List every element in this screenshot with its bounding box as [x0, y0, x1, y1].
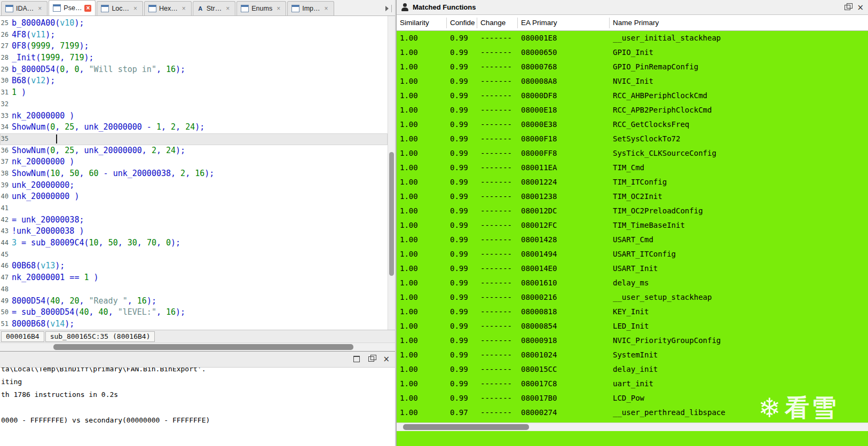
matched-function-row[interactable]: 1.000.99-------08001494USART_ITConfig [397, 247, 868, 261]
code-line-46[interactable]: 4600B68(v13); [0, 260, 388, 272]
matched-function-row[interactable]: 1.000.99-------080012FCTIM_TimeBaseInit [397, 218, 868, 233]
matched-function-row[interactable]: 1.000.99-------08000650GPIO_Init [397, 45, 868, 60]
matched-function-row[interactable]: 1.000.99-------080015CCdelay_init [397, 362, 868, 377]
tab-hex[interactable]: Hex…× [144, 1, 192, 15]
cell-confidence: 0.99 [447, 146, 477, 161]
code-line-36[interactable]: 36ShowNum(0, 25, unk_20000000, 2, 24); [0, 145, 388, 157]
scrollbar-thumb[interactable] [403, 424, 529, 430]
code-line-48[interactable]: 48 [0, 284, 388, 296]
tab-close-icon[interactable]: × [132, 5, 139, 12]
matched-function-row[interactable]: 1.000.99-------080014E0USART_Init [397, 261, 868, 276]
cell-confidence: 0.99 [447, 305, 477, 319]
code-line-47[interactable]: 47nk_20000001 == 1 ) [0, 272, 388, 284]
matched-function-row[interactable]: 1.000.99-------080008A8NVIC_Init [397, 74, 868, 89]
matched-function-row[interactable]: 1.000.99-------08001024SystemInit [397, 348, 868, 362]
cell-confidence: 0.99 [447, 377, 477, 391]
tab-enums[interactable]: Enums× [236, 1, 286, 15]
matched-function-row[interactable]: 1.000.99-------08000FF8SysTick_CLKSource… [397, 146, 868, 161]
code-line-42[interactable]: 42= unk_20000038; [0, 214, 388, 226]
column-header-confidence[interactable]: Confide [447, 18, 477, 28]
tab-close-icon[interactable]: × [275, 5, 282, 12]
matched-function-row[interactable]: 1.000.99-------080001E8__user_initial_st… [397, 31, 868, 45]
code-line-39[interactable]: 39unk_20000000; [0, 180, 388, 192]
cell-name-primary: delay_ms [610, 276, 868, 290]
cell-similarity: 1.00 [397, 103, 447, 117]
tab-bar: IDA…×Pse…×Loc…×Hex…×Str…×Enums×Imp…× [0, 0, 395, 16]
pseudocode-horizontal-scrollbar[interactable] [0, 343, 395, 351]
code-line-31[interactable]: 311 ) [0, 87, 388, 99]
matched-function-row[interactable]: 1.000.99-------08001224TIM_ITConfig [397, 175, 868, 189]
matched-function-row[interactable]: 1.000.99-------08001428USART_Cmd [397, 233, 868, 247]
output-log[interactable]: ta\Local\Temp\BinDiff\primary\FAN.Bin.Bi… [0, 368, 395, 446]
code-line-41[interactable]: 41 [0, 203, 388, 214]
column-header-change[interactable]: Change [477, 18, 518, 28]
code-line-50[interactable]: 50= sub_8000D54(40, 40, "lEVEL:", 16); [0, 307, 388, 318]
code-line-29[interactable]: 29b_8000D54(0, 0, "Will stop in", 16); [0, 64, 388, 76]
code-line-44[interactable]: 443 = sub_80009C4(10, 50, 30, 70, 0); [0, 237, 388, 249]
tab-ida[interactable]: IDA…× [1, 1, 48, 15]
matched-function-row[interactable]: 1.000.97-------08000274__user_perthread_… [397, 405, 868, 420]
tab-str[interactable]: Str…× [193, 1, 235, 15]
tab-loc[interactable]: Loc…× [97, 1, 143, 15]
tab-scroll-controls[interactable] [385, 5, 395, 15]
code-line-35[interactable]: 35 [0, 133, 388, 145]
maximize-icon[interactable] [353, 356, 360, 362]
cell-change: ------- [477, 74, 518, 89]
matched-function-row[interactable]: 1.000.99-------08000DF8RCC_AHBPeriphCloc… [397, 89, 868, 103]
code-line-37[interactable]: 37nk_20000000 ) [0, 156, 388, 168]
matched-function-row[interactable]: 1.000.99-------08000918NVIC_PriorityGrou… [397, 333, 868, 348]
code-line-34[interactable]: 34ShowNum(0, 25, unk_20000000 - 1, 2, 24… [0, 122, 388, 133]
code-line-40[interactable]: 40unk_20000000 ) [0, 191, 388, 203]
tab-close-icon[interactable]: × [323, 5, 330, 12]
matched-function-row[interactable]: 1.000.99-------08000E38RCC_GetClocksFreq [397, 117, 868, 132]
column-header-similarity[interactable]: Similarity [397, 18, 447, 28]
close-icon[interactable]: × [857, 4, 864, 11]
code-line-25[interactable]: 25b_8000A00(v10); [0, 18, 388, 29]
matched-function-row[interactable]: 1.000.99-------08000F18SetSysClockTo72 [397, 132, 868, 146]
code-line-51[interactable]: 518000B68(v14); [0, 318, 388, 330]
tab-close-icon[interactable]: × [84, 5, 91, 12]
matched-function-row[interactable]: 1.000.99-------080012DCTIM_OC2PreloadCon… [397, 204, 868, 218]
strings-icon [197, 5, 204, 12]
matched-function-row[interactable]: 1.000.99-------08000854LED_Init [397, 319, 868, 333]
matched-function-row[interactable]: 1.000.99-------080017B0LCD_Pow [397, 391, 868, 405]
column-header-ea-primary[interactable]: EA Primary [518, 18, 610, 28]
scrollbar-thumb[interactable] [389, 152, 394, 276]
matched-function-row[interactable]: 1.000.99-------080017C8uart_init [397, 377, 868, 391]
code-line-49[interactable]: 498000D54(40, 20, "Ready ", 16); [0, 296, 388, 307]
tab-close-icon[interactable]: × [180, 5, 187, 12]
matched-function-row[interactable]: 1.000.99-------08000E18RCC_APB2PeriphClo… [397, 103, 868, 117]
cell-name-primary: GPIO_Init [610, 45, 868, 60]
tab-scroll-right-icon[interactable] [385, 6, 389, 11]
code-line-26[interactable]: 264F8(v11); [0, 29, 388, 41]
matched-function-row[interactable]: 1.000.99-------080011EATIM_Cmd [397, 161, 868, 175]
restore-window-icon[interactable] [845, 5, 850, 10]
matched-function-row[interactable]: 1.000.99-------08000768GPIO_PinRemapConf… [397, 60, 868, 74]
code-line-30[interactable]: 30B68(v12); [0, 75, 388, 87]
pseudocode-vertical-scrollbar[interactable] [388, 16, 395, 330]
matched-function-row[interactable]: 1.000.99-------08000818KEY_Init [397, 305, 868, 319]
tab-imp[interactable]: Imp…× [287, 1, 334, 15]
float-window-icon[interactable] [368, 356, 374, 362]
code-line-33[interactable]: 33nk_20000000 ) [0, 110, 388, 122]
code-line-38[interactable]: 38ShowNum(10, 50, 60 - unk_20000038, 2, … [0, 168, 388, 180]
code-line-45[interactable]: 45 [0, 249, 388, 261]
mf-rows[interactable]: 1.000.99-------080001E8__user_initial_st… [397, 31, 868, 423]
cell-confidence: 0.99 [447, 290, 477, 305]
mf-horizontal-scrollbar[interactable] [397, 423, 868, 431]
pseudocode-view[interactable]: 25b_8000A00(v10);264F8(v11);270F8(9999, … [0, 16, 395, 330]
matched-function-row[interactable]: 1.000.99-------08001610delay_ms [397, 276, 868, 290]
cell-similarity: 1.00 [397, 204, 447, 218]
code-line-32[interactable]: 32 [0, 99, 388, 110]
tab-pse[interactable]: Pse…× [49, 0, 96, 15]
code-line-27[interactable]: 270F8(9999, 7199); [0, 41, 388, 52]
close-icon[interactable]: × [383, 355, 390, 363]
code-line-43[interactable]: 43!unk_20000038 ) [0, 226, 388, 237]
tab-close-icon[interactable]: × [224, 5, 231, 12]
matched-function-row[interactable]: 1.000.99-------08000216__user_setup_stac… [397, 290, 868, 305]
scrollbar-thumb[interactable] [53, 344, 353, 350]
column-header-name-primary[interactable]: Name Primary [610, 18, 868, 28]
matched-function-row[interactable]: 1.000.99-------08001238TIM_OC2Init [397, 189, 868, 204]
tab-close-icon[interactable]: × [36, 5, 43, 12]
code-line-28[interactable]: 28_Init(1999, 719); [0, 52, 388, 64]
